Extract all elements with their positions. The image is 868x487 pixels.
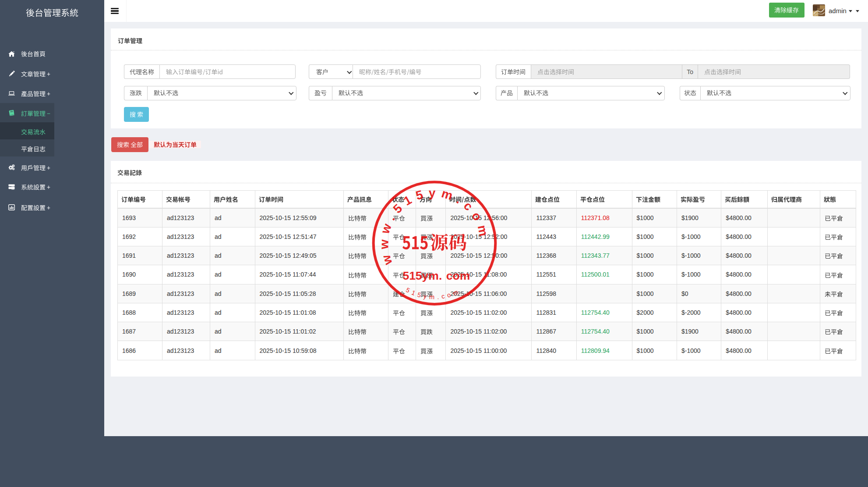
svg-text:515ym. com: 515ym. com [402,269,470,282]
svg-text:515ym.com: 515ym.com [405,286,462,301]
